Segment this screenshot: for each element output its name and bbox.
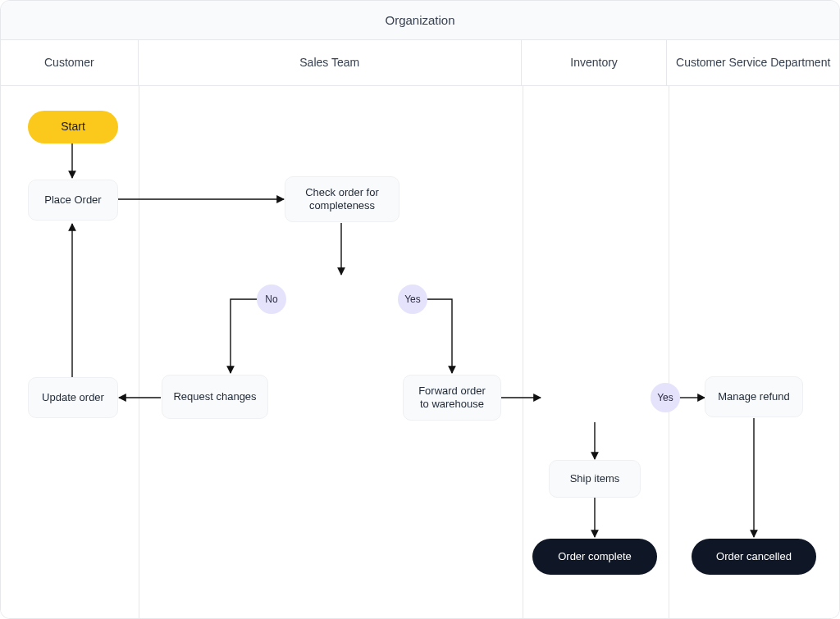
start-label: Start: [61, 120, 85, 134]
place-order-node[interactable]: Place Order: [28, 180, 118, 221]
diagram-canvas: Organization Customer Sales Team Invento…: [0, 0, 840, 619]
lane-headers: Customer Sales Team Inventory Customer S…: [1, 40, 839, 86]
lane-header-csd: Customer Service Department: [667, 40, 839, 85]
start-node[interactable]: Start: [28, 111, 118, 143]
request-changes-label: Request changes: [173, 390, 256, 403]
ship-items-label: Ship items: [570, 472, 620, 485]
lane-divider: [139, 86, 139, 619]
yes-badge-2: Yes: [651, 383, 680, 412]
order-complete-decision[interactable]: Order complete?: [283, 276, 401, 322]
order-cancelled-terminal[interactable]: Order cancelled: [692, 539, 816, 575]
place-order-label: Place Order: [44, 193, 101, 207]
workspace: Start Place Order Update order Check ord…: [1, 86, 839, 619]
lane-divider: [523, 86, 523, 619]
yes-badge-1: Yes: [398, 284, 427, 314]
organization-title: Organization: [385, 13, 454, 27]
lane-divider: [669, 86, 669, 619]
lane-header-customer: Customer: [1, 40, 139, 85]
manage-refund-node[interactable]: Manage refund: [705, 376, 803, 417]
order-cancelled-terminal-label: Order cancelled: [716, 550, 792, 563]
item-in-stock-label: Item in stock?: [554, 390, 635, 403]
request-changes-node[interactable]: Request changes: [162, 375, 268, 419]
check-order-label: Check order for completeness: [295, 186, 389, 213]
update-order-node[interactable]: Update order: [28, 377, 118, 418]
order-complete-decision-label: Order complete?: [294, 293, 390, 306]
manage-refund-label: Manage refund: [718, 390, 789, 403]
lane-header-inventory: Inventory: [522, 40, 668, 85]
item-in-stock-decision[interactable]: Item in stock?: [539, 375, 651, 419]
update-order-label: Update order: [42, 391, 104, 404]
forward-warehouse-label: Forward order to warehouse: [413, 385, 491, 412]
organization-header: Organization: [1, 1, 839, 40]
lane-header-sales: Sales Team: [139, 40, 522, 85]
ship-items-node[interactable]: Ship items: [549, 460, 641, 498]
check-order-node[interactable]: Check order for completeness: [285, 176, 399, 222]
forward-warehouse-node[interactable]: Forward order to warehouse: [403, 375, 501, 421]
order-complete-terminal-label: Order complete: [558, 550, 632, 563]
order-complete-terminal[interactable]: Order complete: [532, 539, 657, 575]
no-badge: No: [257, 284, 286, 314]
